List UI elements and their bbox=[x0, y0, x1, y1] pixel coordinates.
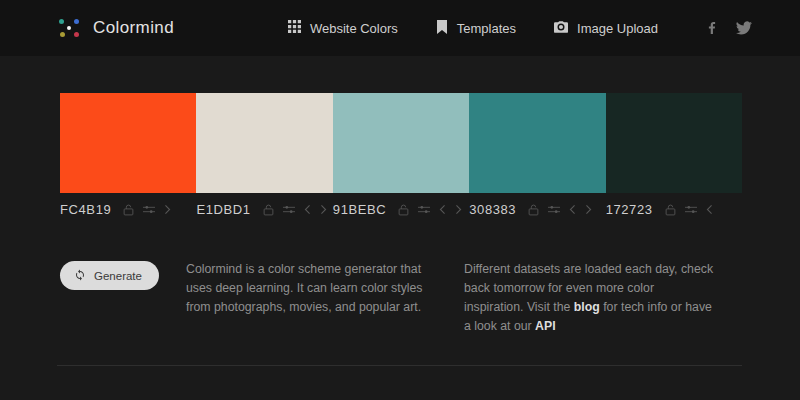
camera-icon bbox=[554, 21, 568, 36]
swatch-controls: 91BEBC bbox=[333, 202, 469, 217]
generate-label: Generate bbox=[94, 270, 142, 282]
chevron-right-icon[interactable] bbox=[585, 204, 592, 215]
nav-image-upload[interactable]: Image Upload bbox=[554, 21, 658, 36]
lock-icon[interactable] bbox=[263, 204, 274, 216]
nav-label: Website Colors bbox=[310, 21, 398, 36]
hex-value: 172723 bbox=[606, 202, 653, 217]
chevron-left-icon[interactable] bbox=[439, 204, 446, 215]
lock-icon[interactable] bbox=[398, 204, 409, 216]
hex-value: 91BEBC bbox=[333, 202, 386, 217]
sliders-icon[interactable] bbox=[685, 204, 697, 215]
lock-icon[interactable] bbox=[665, 204, 676, 216]
swatch-controls: FC4B19 bbox=[60, 202, 196, 217]
lock-icon[interactable] bbox=[528, 204, 539, 216]
color-swatch[interactable] bbox=[333, 93, 469, 193]
header: Colormind Website Colors Templates Image… bbox=[0, 0, 800, 56]
nav-website-colors[interactable]: Website Colors bbox=[288, 20, 398, 36]
datasets-paragraph: Different datasets are loaded each day, … bbox=[464, 260, 742, 336]
chevron-left-icon[interactable] bbox=[706, 204, 713, 215]
logo-dot bbox=[74, 19, 79, 24]
bookmark-icon bbox=[436, 20, 448, 37]
colormind-logo-icon bbox=[57, 16, 81, 40]
description-paragraph: Colormind is a color scheme generator th… bbox=[186, 260, 464, 336]
chevron-right-icon[interactable] bbox=[164, 204, 171, 215]
swatch-controls: 172723 bbox=[606, 202, 742, 217]
sliders-icon[interactable] bbox=[418, 204, 430, 215]
twitter-icon[interactable] bbox=[736, 20, 752, 36]
main-nav: Website Colors Templates Image Upload bbox=[288, 20, 658, 37]
nav-templates[interactable]: Templates bbox=[436, 20, 516, 37]
nav-label: Image Upload bbox=[577, 21, 658, 36]
logo-dot bbox=[74, 32, 79, 37]
api-link[interactable]: API bbox=[535, 319, 556, 333]
chevron-left-icon[interactable] bbox=[569, 204, 576, 215]
hex-value: FC4B19 bbox=[60, 202, 111, 217]
main-content: FC4B19 E1DBD1 91BEBC 308383 bbox=[0, 93, 800, 336]
generate-column: Generate bbox=[60, 260, 186, 336]
hex-value: 308383 bbox=[469, 202, 516, 217]
grid-icon bbox=[288, 20, 301, 36]
sliders-icon[interactable] bbox=[548, 204, 560, 215]
color-swatch[interactable] bbox=[469, 93, 605, 193]
sliders-icon[interactable] bbox=[283, 204, 295, 215]
lock-icon[interactable] bbox=[123, 204, 134, 216]
chevron-right-icon[interactable] bbox=[455, 204, 462, 215]
chevron-right-icon[interactable] bbox=[320, 204, 327, 215]
description-text: Colormind is a color scheme generator th… bbox=[186, 262, 423, 314]
generate-button[interactable]: Generate bbox=[60, 261, 159, 290]
logo-dot bbox=[67, 26, 71, 30]
color-swatch[interactable] bbox=[60, 93, 196, 193]
palette-labels: FC4B19 E1DBD1 91BEBC 308383 bbox=[60, 202, 742, 217]
hex-value: E1DBD1 bbox=[196, 202, 250, 217]
chevron-left-icon[interactable] bbox=[304, 204, 311, 215]
brand-name: Colormind bbox=[93, 18, 174, 38]
color-swatch[interactable] bbox=[606, 93, 742, 193]
color-swatch[interactable] bbox=[196, 93, 332, 193]
brand[interactable]: Colormind bbox=[57, 16, 174, 40]
swatch-controls: 308383 bbox=[469, 202, 605, 217]
divider bbox=[57, 365, 742, 366]
nav-label: Templates bbox=[457, 21, 516, 36]
refresh-icon bbox=[74, 269, 86, 283]
social-links bbox=[704, 20, 752, 36]
bottom-section: Generate Colormind is a color scheme gen… bbox=[60, 260, 742, 336]
facebook-icon[interactable] bbox=[704, 20, 720, 36]
swatch-controls: E1DBD1 bbox=[196, 202, 332, 217]
logo-dot bbox=[59, 19, 64, 24]
blog-link[interactable]: blog bbox=[574, 300, 600, 314]
logo-dot bbox=[60, 32, 65, 37]
color-palette bbox=[60, 93, 742, 193]
sliders-icon[interactable] bbox=[143, 204, 155, 215]
